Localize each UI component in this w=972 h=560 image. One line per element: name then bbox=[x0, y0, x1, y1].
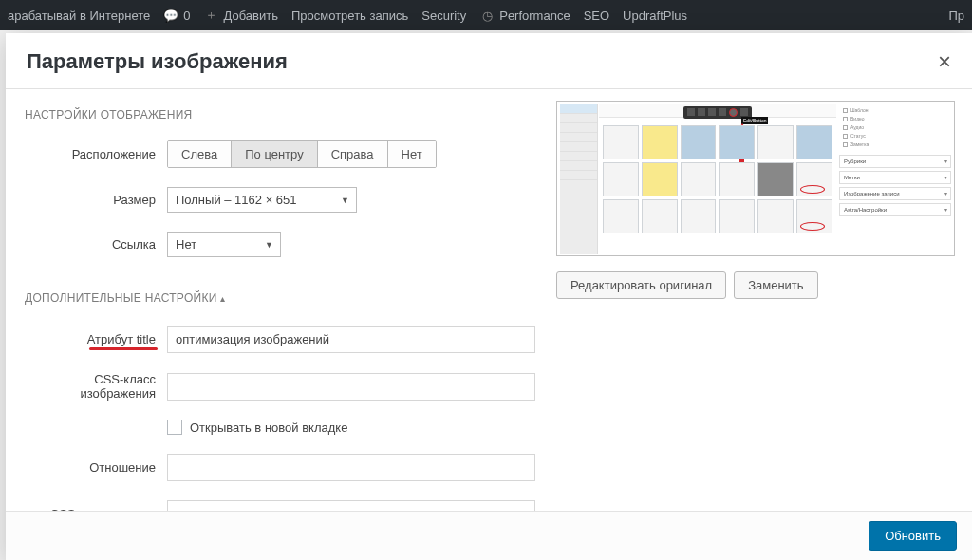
link-class-input[interactable] bbox=[167, 500, 535, 511]
modal-header: Параметры изображения × bbox=[6, 33, 972, 89]
size-select[interactable]: Полный – 1162 × 651 bbox=[167, 187, 357, 213]
modal-footer: Обновить bbox=[6, 511, 972, 560]
section-advanced-settings[interactable]: ДОПОЛНИТЕЛЬНЫЕ НАСТРОЙКИ bbox=[25, 291, 537, 305]
edit-original-button[interactable]: Редактировать оригинал bbox=[556, 271, 726, 299]
adminbar-right[interactable]: Пр bbox=[948, 9, 964, 23]
title-attr-input[interactable] bbox=[167, 326, 535, 353]
adminbar-site[interactable]: арабатывай в Интернете bbox=[8, 9, 150, 23]
align-left-button[interactable]: Слева bbox=[168, 141, 232, 167]
section-display-settings: НАСТРОЙКИ ОТОБРАЖЕНИЯ bbox=[25, 108, 537, 121]
img-class-input[interactable] bbox=[167, 373, 535, 401]
label-newtab: Открывать в новой вкладке bbox=[190, 420, 347, 435]
image-details-modal: Параметры изображения × НАСТРОЙКИ ОТОБРА… bbox=[6, 33, 972, 560]
label-rel: Отношение bbox=[25, 460, 167, 475]
adminbar-comments[interactable]: 💬0 bbox=[163, 8, 190, 23]
settings-column: НАСТРОЙКИ ОТОБРАЖЕНИЯ Расположение Слева… bbox=[6, 89, 537, 511]
rel-input[interactable] bbox=[167, 454, 535, 481]
plus-icon: ＋ bbox=[204, 8, 219, 23]
label-link: Ссылка bbox=[25, 237, 167, 252]
update-button[interactable]: Обновить bbox=[869, 521, 957, 551]
align-none-button[interactable]: Нет bbox=[388, 141, 436, 167]
align-button-group: Слева По центру Справа Нет bbox=[167, 140, 437, 168]
adminbar-performance[interactable]: ◷Performance bbox=[479, 8, 570, 23]
admin-toolbar: арабатывай в Интернете 💬0 ＋Добавить Прос… bbox=[0, 0, 972, 30]
align-center-button[interactable]: По центру bbox=[232, 141, 317, 167]
adminbar-updraft[interactable]: UpdraftPlus bbox=[623, 9, 687, 23]
image-preview: Edit/Button Шаблон Видео Аудио Статус bbox=[556, 101, 955, 256]
align-right-button[interactable]: Справа bbox=[318, 141, 388, 167]
preview-column: Edit/Button Шаблон Видео Аудио Статус bbox=[537, 89, 972, 511]
gauge-icon: ◷ bbox=[479, 8, 495, 23]
label-title-attr: Атрибут title bbox=[25, 332, 167, 346]
link-select[interactable]: Нет bbox=[167, 232, 281, 257]
close-icon[interactable]: × bbox=[938, 48, 951, 75]
comment-icon: 💬 bbox=[163, 8, 178, 23]
modal-title: Параметры изображения bbox=[27, 49, 288, 74]
adminbar-seo[interactable]: SEO bbox=[584, 9, 609, 23]
adminbar-view[interactable]: Просмотреть запись bbox=[291, 9, 408, 23]
newtab-checkbox[interactable] bbox=[167, 420, 182, 435]
adminbar-add[interactable]: ＋Добавить bbox=[204, 8, 278, 23]
edit-pencil-icon bbox=[729, 108, 738, 117]
label-img-class: CSS-класс изображения bbox=[25, 372, 167, 401]
replace-button[interactable]: Заменить bbox=[734, 271, 817, 299]
label-size: Размер bbox=[25, 193, 167, 207]
label-align: Расположение bbox=[25, 147, 167, 161]
adminbar-security[interactable]: Security bbox=[421, 9, 466, 23]
